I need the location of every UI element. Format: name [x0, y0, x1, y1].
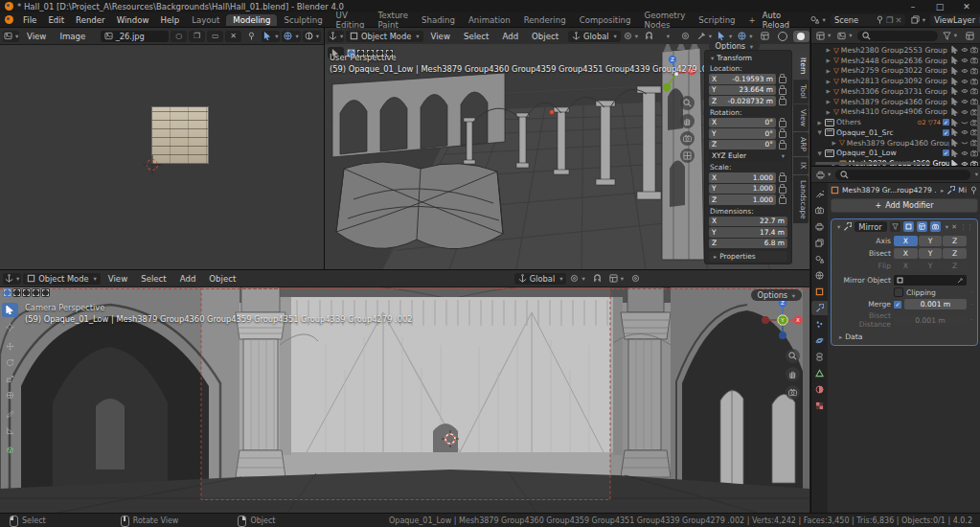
npanel-tab-arp[interactable]: ARP — [793, 132, 809, 156]
zoom-tool-button[interactable] — [680, 96, 695, 110]
collection-checkbox[interactable]: ✓ — [943, 129, 949, 136]
tab-sculpting[interactable]: Sculpting — [277, 14, 329, 26]
flip-y-toggle[interactable]: Y — [919, 261, 943, 271]
blender-menu-icon[interactable] — [5, 15, 13, 24]
image-fake-user-button[interactable]: ○ — [171, 31, 187, 42]
tab-tool[interactable] — [811, 187, 828, 201]
tab-rendering[interactable]: Rendering — [517, 14, 573, 26]
data-subpanel[interactable]: ▸Data — [837, 332, 973, 341]
lock-icon[interactable] — [779, 175, 786, 182]
outliner-row-src-child[interactable]: ▶▽Mesh3879 Group4360 Group — [811, 138, 980, 149]
proportional-edit-button[interactable] — [677, 31, 694, 42]
image-canvas-texture[interactable] — [152, 107, 208, 163]
scale-z-field[interactable]: Z1.000 — [709, 195, 776, 205]
tab-constraints[interactable] — [811, 350, 828, 364]
outliner-row-mesh[interactable]: ▶▽Mesh2759 Group3022 Group — [811, 66, 980, 77]
unlink-scene-icon[interactable]: ✕ — [896, 15, 902, 25]
tab-shading[interactable]: Shading — [415, 14, 462, 26]
select-mode-extend[interactable] — [356, 49, 365, 57]
select-mode-invert[interactable] — [376, 49, 384, 57]
location-y-field[interactable]: Y23.664 m — [709, 85, 776, 96]
modifier-editmode-toggle[interactable] — [903, 221, 914, 232]
flip-z-toggle[interactable]: Z — [943, 261, 967, 271]
snap-settings-button[interactable]: ▾ — [659, 31, 675, 42]
rotation-mode-dropdown[interactable]: XYZ Euler▾ — [709, 150, 787, 161]
tool-rotate[interactable] — [2, 355, 18, 370]
tool-scale[interactable] — [2, 372, 18, 386]
modifier-drag-handle[interactable]: ⋮⋮ — [960, 223, 973, 231]
snap-toggle-button[interactable] — [589, 273, 605, 285]
vp-menu-select[interactable]: Select — [135, 273, 172, 285]
outliner-search-input[interactable] — [857, 31, 938, 41]
image-open-button[interactable]: ▭ — [207, 31, 223, 42]
select-mode-subtract[interactable] — [22, 288, 31, 297]
editor-type-image-button[interactable]: ▾ — [3, 31, 19, 42]
outliner-row-mesh[interactable]: ▶▽Mesh2448 Group2636 Group — [811, 56, 980, 66]
shading-wireframe-button[interactable] — [775, 31, 791, 42]
tab-object[interactable] — [811, 285, 828, 299]
mode-selector[interactable]: Object Mode▾ — [346, 31, 423, 42]
outliner-row-mesh[interactable]: ▶▽Mesh3879 Group4360 Group — [811, 97, 980, 107]
modifier-collapse[interactable]: ▾ — [837, 223, 840, 231]
collection-checkbox[interactable]: ✓ — [943, 119, 949, 126]
tool-transform[interactable] — [2, 388, 18, 402]
uv-select-mode-button[interactable]: ▾ — [262, 31, 280, 42]
vp-menu-object[interactable]: Object — [526, 31, 564, 42]
outliner-filter-button[interactable]: ▾ — [941, 30, 959, 41]
bisect-x-toggle[interactable]: X — [894, 248, 918, 259]
tab-particles[interactable] — [811, 317, 828, 332]
bisect-z-toggle[interactable]: Z — [943, 248, 967, 259]
image-new-button[interactable]: ❐ — [189, 31, 205, 42]
tab-view-layer[interactable] — [811, 236, 828, 250]
ortho-toggle-button[interactable] — [680, 149, 695, 163]
npanel-tab-item[interactable]: Item — [793, 53, 809, 79]
lock-icon[interactable] — [779, 187, 786, 194]
lock-icon[interactable] — [779, 88, 786, 95]
tab-modifiers[interactable] — [811, 301, 828, 315]
lock-icon[interactable] — [779, 121, 786, 127]
display-channels-button[interactable]: ▾ — [303, 31, 321, 42]
snap-toggle-button[interactable] — [641, 31, 657, 42]
new-collection-button[interactable] — [962, 30, 978, 41]
modifier-render-toggle[interactable] — [930, 221, 941, 232]
npanel-tab-ix[interactable]: IX — [793, 157, 809, 173]
camera-view-button[interactable] — [786, 385, 800, 400]
pan-tool-button[interactable] — [680, 114, 695, 128]
tab-texture[interactable] — [811, 399, 828, 413]
modifier-name-field[interactable]: Mirror — [855, 221, 887, 232]
scene-selector[interactable]: Scene ❐ ✕ — [831, 14, 906, 26]
scale-x-field[interactable]: X1.000 — [709, 172, 776, 183]
npanel-tab-view[interactable]: View — [793, 104, 809, 131]
auto-reload-label[interactable]: Auto Reload — [763, 11, 806, 30]
tab-physics[interactable] — [811, 333, 828, 348]
select-mode-intersect[interactable] — [385, 49, 394, 57]
xray-toggle-button[interactable] — [757, 31, 773, 42]
properties-editor-type-button[interactable]: ▾ — [814, 169, 832, 180]
shading-solid-button[interactable] — [793, 31, 809, 42]
bisect-y-toggle[interactable]: Y — [919, 248, 943, 259]
tab-layout[interactable]: Layout — [185, 14, 226, 26]
viewport-bottom-options-button[interactable]: Options ▾ — [751, 289, 802, 301]
outliner-row-mesh[interactable]: ▶▽Mesh2813 Group3092 Group — [811, 76, 980, 86]
tab-modeling[interactable]: Modeling — [226, 14, 277, 26]
outliner-sync-button[interactable]: ▾ — [835, 30, 854, 41]
lock-icon[interactable] — [779, 99, 786, 105]
proportional-edit-button[interactable] — [627, 273, 644, 285]
dimensions-x-field[interactable]: X22.7 m — [709, 217, 787, 227]
bisect-distance-field[interactable]: 0.001 m — [894, 315, 967, 326]
rotation-z-field[interactable]: Z0° — [709, 140, 776, 150]
merge-threshold-field[interactable]: 0.001 m — [904, 299, 967, 309]
tab-object-data[interactable] — [811, 366, 828, 380]
outliner-row-collection-low[interactable]: ▼ Opaque_01_Low ✓ — [811, 149, 980, 159]
breadcrumb-modifier[interactable]: Mi — [958, 186, 967, 195]
outliner-display-mode-button[interactable]: ▾ — [814, 30, 832, 41]
outliner-row-collection-src[interactable]: ▼ Opaque_01_Src ✓ — [811, 127, 980, 138]
select-mode-new[interactable] — [3, 288, 11, 297]
pin-icon[interactable] — [876, 15, 884, 24]
tab-scene[interactable] — [811, 252, 828, 266]
select-mode-intersect[interactable] — [41, 288, 50, 297]
modifier-extras-dropdown[interactable]: ▾ — [946, 223, 948, 231]
image-unlink-button[interactable]: ✕ — [225, 31, 241, 42]
mirror-object-field[interactable] — [894, 275, 967, 286]
vp-menu-object[interactable]: Object — [203, 273, 241, 285]
